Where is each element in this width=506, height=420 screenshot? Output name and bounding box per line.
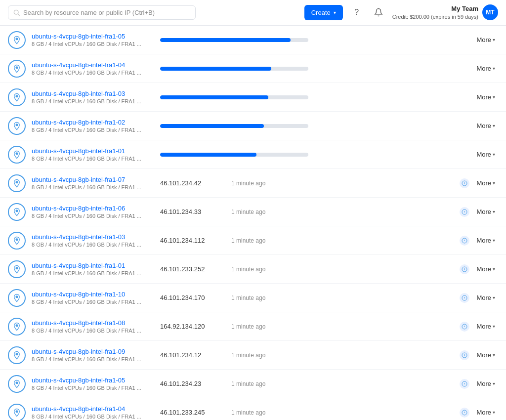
resource-info: ubuntu-s-4vcpu-8gb-intel-fra1-078 GB / 4…: [32, 176, 150, 190]
more-chevron-icon: ▾: [493, 123, 495, 128]
resource-info: ubuntu-s-4vcpu-8gb-intel-fra1-018 GB / 4…: [32, 147, 150, 162]
search-placeholder: Search by resource name or public IP (Ct…: [23, 9, 155, 16]
more-label: More: [476, 323, 491, 330]
more-button[interactable]: More▾: [473, 292, 498, 303]
timestamp: 1 minute ago: [231, 294, 281, 301]
more-label: More: [476, 265, 491, 273]
resource-icon: [8, 375, 26, 393]
resource-item: ubuntu-s-4vcpu-8gb-intel-fra1-038 GB / 4…: [0, 226, 506, 255]
svg-line-1: [18, 14, 20, 16]
resource-name[interactable]: ubuntu-s-4vcpu-8gb-intel-fra1-03: [32, 90, 150, 97]
more-chevron-icon: ▾: [493, 94, 495, 100]
resource-icon: [8, 203, 26, 221]
resource-name[interactable]: ubuntu-s-4vcpu-8gb-intel-fra1-06: [32, 205, 150, 212]
more-chevron-icon: ▾: [493, 324, 495, 329]
resource-middle: 46.101.234.1121 minute ago: [150, 237, 460, 244]
resource-specs: 8 GB / 4 Intel vCPUs / 160 GB Disk / FRA…: [32, 127, 150, 133]
resource-item: ubuntu-s-4vcpu-8gb-intel-fra1-018 GB / 4…: [0, 140, 506, 169]
resource-icon: [8, 260, 26, 278]
svg-point-9: [16, 210, 18, 211]
timestamp: 1 minute ago: [231, 409, 281, 416]
resource-specs: 8 GB / 4 Intel vCPUs / 160 GB Disk / FRA…: [32, 213, 150, 219]
resource-info: ubuntu-s-4vcpu-8gb-intel-fra1-068 GB / 4…: [32, 205, 150, 219]
help-button[interactable]: ?: [349, 4, 365, 20]
more-button[interactable]: More▾: [473, 407, 498, 418]
progress-bar-fill: [160, 124, 264, 128]
more-button[interactable]: More▾: [473, 378, 498, 389]
more-button[interactable]: More▾: [473, 34, 498, 45]
resource-specs: 8 GB / 4 Intel vCPUs / 160 GB Disk / FRA…: [32, 270, 150, 276]
resource-info: ubuntu-s-4vcpu-8gb-intel-fra1-038 GB / 4…: [32, 90, 150, 104]
svg-point-13: [16, 267, 18, 269]
resource-item: ubuntu-s-4vcpu-8gb-intel-fra1-108 GB / 4…: [0, 284, 506, 312]
resource-info: ubuntu-s-4vcpu-8gb-intel-fra1-058 GB / 4…: [32, 33, 150, 47]
resource-name[interactable]: ubuntu-s-4vcpu-8gb-intel-fra1-04: [32, 61, 150, 69]
resource-name[interactable]: ubuntu-s-4vcpu-8gb-intel-fra1-09: [32, 348, 150, 355]
resource-middle: [150, 95, 473, 99]
ip-address: 46.101.234.42: [160, 179, 219, 187]
resource-name[interactable]: ubuntu-s-4vcpu-8gb-intel-fra1-05: [32, 377, 150, 384]
resource-name[interactable]: ubuntu-s-4vcpu-8gb-intel-fra1-04: [32, 405, 150, 413]
more-button[interactable]: More▾: [473, 206, 498, 217]
header: Search by resource name or public IP (Ct…: [0, 0, 506, 26]
resource-name[interactable]: ubuntu-s-4vcpu-8gb-intel-fra1-07: [32, 176, 150, 183]
avatar[interactable]: MT: [482, 4, 498, 20]
ip-address: 164.92.134.120: [160, 323, 219, 330]
resource-item: ubuntu-s-4vcpu-8gb-intel-fra1-068 GB / 4…: [0, 198, 506, 226]
status-icon: [460, 379, 469, 389]
resource-name[interactable]: ubuntu-s-4vcpu-8gb-intel-fra1-03: [32, 233, 150, 241]
ip-address: 46.101.234.12: [160, 351, 219, 359]
resource-name[interactable]: ubuntu-s-4vcpu-8gb-intel-fra1-02: [32, 119, 150, 126]
timestamp: 1 minute ago: [231, 180, 281, 187]
status-icon: [460, 264, 469, 274]
status-icon: [460, 293, 469, 303]
more-label: More: [476, 380, 491, 387]
more-button[interactable]: More▾: [473, 63, 498, 74]
resource-middle: [150, 153, 473, 157]
ip-address: 46.101.233.245: [160, 409, 219, 416]
resource-info: ubuntu-s-4vcpu-8gb-intel-fra1-028 GB / 4…: [32, 119, 150, 133]
resource-item: ubuntu-s-4vcpu-8gb-intel-fra1-028 GB / 4…: [0, 112, 506, 140]
more-label: More: [476, 93, 491, 101]
resource-item: ubuntu-s-4vcpu-8gb-intel-fra1-058 GB / 4…: [0, 26, 506, 54]
more-button[interactable]: More▾: [473, 120, 498, 131]
resource-name[interactable]: ubuntu-s-4vcpu-8gb-intel-fra1-05: [32, 33, 150, 40]
ip-address: 46.101.233.252: [160, 265, 219, 273]
resource-specs: 8 GB / 4 Intel vCPUs / 160 GB Disk / FRA…: [32, 356, 150, 362]
more-button[interactable]: More▾: [473, 91, 498, 103]
create-button[interactable]: Create ▾: [304, 5, 343, 20]
more-button[interactable]: More▾: [473, 321, 498, 332]
resource-info: ubuntu-s-4vcpu-8gb-intel-fra1-098 GB / 4…: [32, 348, 150, 362]
more-button[interactable]: More▾: [473, 235, 498, 246]
svg-point-4: [16, 95, 18, 97]
resource-name[interactable]: ubuntu-s-4vcpu-8gb-intel-fra1-10: [32, 291, 150, 298]
more-label: More: [476, 151, 491, 158]
more-button[interactable]: More▾: [473, 149, 498, 160]
more-label: More: [476, 208, 491, 215]
resource-right: More▾: [460, 378, 498, 389]
resource-info: ubuntu-s-4vcpu-8gb-intel-fra1-048 GB / 4…: [32, 61, 150, 76]
resource-middle: 46.101.234.421 minute ago: [150, 179, 460, 187]
resource-right: More▾: [473, 63, 498, 74]
timestamp: 1 minute ago: [231, 266, 281, 273]
resource-right: More▾: [460, 349, 498, 361]
more-button[interactable]: More▾: [473, 263, 498, 275]
timestamp: 1 minute ago: [231, 237, 281, 244]
progress-bar-fill: [160, 153, 256, 157]
more-label: More: [476, 294, 491, 301]
more-button[interactable]: More▾: [473, 177, 498, 189]
status-icon: [460, 350, 469, 360]
status-icon: [460, 207, 469, 217]
resource-name[interactable]: ubuntu-s-4vcpu-8gb-intel-fra1-01: [32, 262, 150, 269]
search-container[interactable]: Search by resource name or public IP (Ct…: [8, 5, 196, 20]
resource-name[interactable]: ubuntu-s-4vcpu-8gb-intel-fra1-08: [32, 319, 150, 327]
resource-name[interactable]: ubuntu-s-4vcpu-8gb-intel-fra1-01: [32, 147, 150, 155]
resource-info: ubuntu-s-4vcpu-8gb-intel-fra1-108 GB / 4…: [32, 291, 150, 305]
create-chevron-icon: ▾: [334, 10, 336, 15]
ip-address: 46.101.234.112: [160, 237, 219, 244]
more-button[interactable]: More▾: [473, 349, 498, 361]
resource-specs: 8 GB / 4 Intel vCPUs / 160 GB Disk / FRA…: [32, 41, 150, 47]
status-icon: [460, 236, 469, 246]
notifications-button[interactable]: [371, 4, 386, 20]
resource-icon: [8, 404, 26, 420]
